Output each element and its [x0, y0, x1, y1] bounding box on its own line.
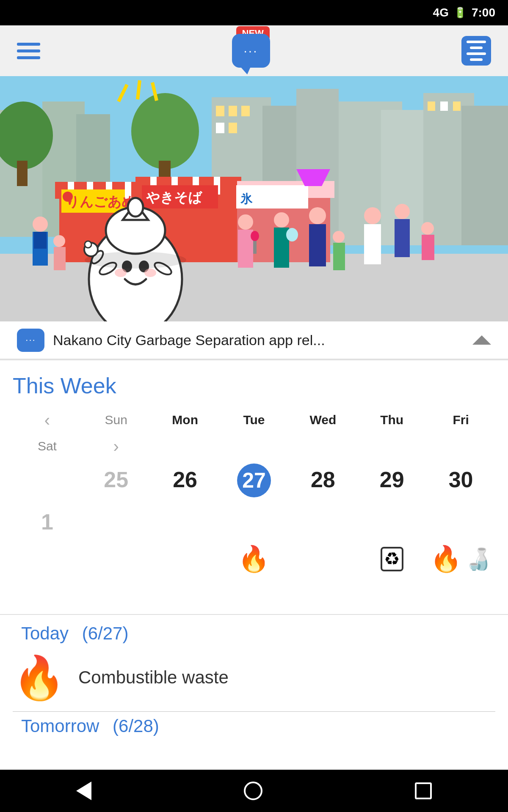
- date-mon[interactable]: 26: [151, 459, 220, 502]
- prev-week-button[interactable]: ‹: [13, 407, 82, 433]
- today-waste-type: Combustible waste: [78, 667, 229, 688]
- icons-tue: 🔥: [220, 542, 289, 580]
- icons-sun: [82, 542, 151, 580]
- notification-bar[interactable]: ··· Nakano City Garbage Separation app r…: [0, 321, 508, 359]
- svg-point-36: [63, 192, 73, 202]
- svg-rect-83: [364, 224, 381, 264]
- menu-button[interactable]: [17, 43, 40, 59]
- svg-rect-14: [216, 123, 224, 133]
- day-header-mon: Mon: [151, 407, 220, 433]
- chat-bubble-icon: ···: [232, 34, 270, 68]
- icons-mon: [151, 542, 220, 580]
- chat-dots: ···: [243, 44, 258, 58]
- date-thu[interactable]: 29: [357, 459, 426, 502]
- svg-point-67: [85, 241, 91, 248]
- today-label: Today (6/27): [13, 623, 495, 644]
- svg-point-62: [115, 269, 127, 277]
- svg-point-59: [128, 198, 143, 217]
- divider-today-tomorrow: [13, 711, 495, 712]
- date-sat[interactable]: 1: [13, 502, 82, 542]
- icons-wed: [288, 542, 357, 580]
- svg-point-84: [395, 204, 410, 219]
- svg-rect-17: [440, 102, 448, 111]
- today-date: (6/27): [82, 623, 129, 643]
- chat-notification-button[interactable]: NEW ···: [232, 34, 270, 68]
- svg-rect-20: [17, 161, 28, 186]
- svg-point-71: [238, 214, 253, 230]
- svg-point-88: [85, 252, 186, 269]
- notification-dots: ···: [25, 335, 36, 346]
- date-sun[interactable]: 25: [82, 459, 151, 502]
- svg-rect-15: [229, 123, 237, 133]
- day-header-wed: Wed: [288, 407, 357, 433]
- svg-line-24: [138, 80, 140, 99]
- date-fri[interactable]: 30: [426, 459, 495, 502]
- bottom-nav: [0, 770, 508, 812]
- fire-icon-fri: 🔥: [430, 546, 462, 572]
- today-label-text: Today: [21, 623, 69, 643]
- date-tue[interactable]: 27: [220, 459, 289, 502]
- next-week-button[interactable]: ›: [82, 433, 151, 459]
- home-button[interactable]: [244, 782, 262, 800]
- today-content: 🔥 Combustible waste: [13, 648, 495, 707]
- svg-rect-11: [216, 106, 224, 116]
- svg-rect-87: [422, 235, 434, 260]
- date-tue-today[interactable]: 27: [237, 464, 271, 497]
- this-week-section: This Week ‹ Sun Mon Tue Wed Thu Fri Sat …: [0, 360, 508, 614]
- day-header-sun: Sun: [82, 407, 151, 433]
- chevron-up-icon[interactable]: [472, 335, 491, 345]
- svg-text:やきそば: やきそば: [146, 190, 203, 205]
- icons-sat: [13, 580, 82, 614]
- svg-rect-13: [241, 106, 250, 116]
- svg-rect-12: [229, 106, 237, 116]
- svg-rect-55: [54, 247, 66, 270]
- battery-icon: 🔋: [454, 7, 467, 19]
- day-header-thu: Thu: [357, 407, 426, 433]
- icons-fri: 🔥 🍶: [426, 542, 495, 580]
- calendar-header-row: ‹ Sun Mon Tue Wed Thu Fri Sat ›: [13, 407, 495, 459]
- date-wed[interactable]: 28: [288, 459, 357, 502]
- today-fire-icon: 🔥: [13, 656, 66, 699]
- bottle-icon-fri: 🍶: [465, 549, 491, 570]
- back-button[interactable]: [76, 782, 91, 800]
- icons-thu: ♻: [357, 542, 426, 580]
- svg-rect-10: [461, 106, 508, 245]
- svg-point-80: [333, 231, 345, 243]
- svg-text:りんごあめ: りんごあめ: [66, 194, 135, 209]
- list-view-button[interactable]: [461, 36, 491, 66]
- svg-rect-53: [34, 232, 47, 249]
- recycle-icon-thu: ♻: [381, 547, 403, 571]
- svg-point-54: [53, 235, 65, 247]
- svg-point-82: [364, 207, 381, 224]
- svg-point-74: [251, 231, 259, 241]
- calendar-dates-row: 25 26 27 28 29 30 1: [13, 459, 495, 542]
- toolbar: NEW ···: [0, 25, 508, 76]
- svg-point-77: [286, 228, 298, 241]
- svg-rect-18: [453, 102, 461, 111]
- svg-point-51: [33, 217, 48, 232]
- svg-point-86: [421, 222, 434, 235]
- svg-text:氷: 氷: [240, 192, 253, 206]
- signal-indicator: 4G: [433, 6, 449, 19]
- svg-rect-79: [309, 224, 326, 266]
- svg-rect-26: [0, 254, 508, 321]
- calendar-icons-row: 🔥 ♻ 🔥 🍶: [13, 542, 495, 614]
- day-header-sat: Sat: [13, 433, 82, 459]
- svg-point-78: [309, 207, 326, 224]
- svg-rect-16: [428, 102, 435, 111]
- notification-text: Nakano City Garbage Separation app rel..…: [53, 332, 464, 348]
- svg-rect-85: [395, 219, 410, 257]
- status-bar: 4G 🔋 7:00: [0, 0, 508, 25]
- svg-point-75: [274, 212, 289, 228]
- time-display: 7:00: [472, 6, 495, 19]
- daily-section: Today (6/27) 🔥 Combustible waste Tomorro…: [0, 615, 508, 749]
- svg-point-21: [131, 93, 199, 169]
- day-header-fri: Fri: [426, 407, 495, 433]
- recents-button[interactable]: [415, 782, 432, 799]
- tomorrow-label: Tomorrow (6/28): [13, 716, 495, 736]
- fire-icon-tue: 🔥: [238, 546, 270, 572]
- svg-rect-81: [333, 243, 345, 270]
- this-week-title: This Week: [13, 373, 495, 398]
- notification-chat-icon: ···: [17, 329, 44, 352]
- day-header-tue: Tue: [220, 407, 289, 433]
